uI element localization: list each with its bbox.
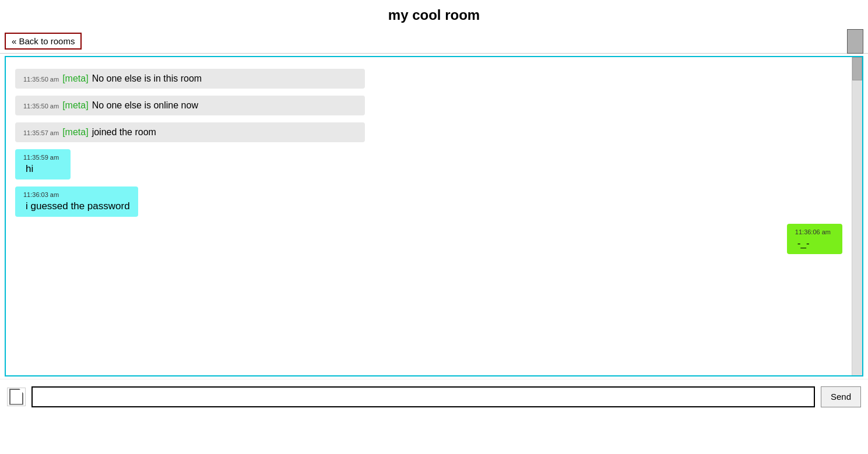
msg-header: 11:35:59 am: [23, 154, 62, 161]
send-button[interactable]: Send: [821, 386, 861, 407]
msg-timestamp: 11:36:06 am: [795, 228, 831, 235]
file-attach-icon[interactable]: [7, 388, 26, 406]
meta-tag: [meta]: [62, 73, 88, 84]
top-bar: « Back to rooms: [0, 29, 868, 54]
scrollbar-thumb[interactable]: [852, 57, 862, 80]
meta-tag: [meta]: [62, 127, 88, 138]
meta-text: No one else is in this room: [92, 73, 202, 84]
msg-header: 11:36:03 am: [23, 191, 130, 198]
message-user-left-5: 11:36:03 am i guessed the password: [15, 186, 138, 217]
msg-header: 11:36:06 am: [795, 228, 834, 235]
meta-text: No one else is online now: [92, 100, 198, 111]
scrollbar[interactable]: [852, 57, 862, 375]
message-meta-2: 11:35:50 am [meta] No one else is online…: [15, 96, 365, 115]
msg-timestamp: 11:35:57 am: [23, 129, 59, 136]
msg-body: i guessed the password: [23, 200, 130, 212]
message-input[interactable]: [31, 386, 815, 407]
msg-body: -_-: [795, 238, 834, 249]
back-to-rooms-button[interactable]: « Back to rooms: [5, 33, 82, 50]
msg-body: hi: [23, 163, 62, 175]
chat-container: 11:35:50 am [meta] No one else is in thi…: [5, 56, 863, 376]
meta-text: joined the room: [92, 127, 156, 138]
msg-timestamp: 11:35:50 am: [23, 76, 59, 83]
page-title: my cool room: [0, 0, 868, 29]
top-right-panel: [847, 29, 863, 54]
bottom-bar: Send: [0, 379, 868, 414]
msg-timestamp: 11:36:03 am: [23, 191, 59, 198]
messages-area: 11:35:50 am [meta] No one else is in thi…: [6, 57, 852, 375]
message-meta-1: 11:35:50 am [meta] No one else is in thi…: [15, 69, 365, 89]
msg-timestamp: 11:35:59 am: [23, 154, 59, 161]
message-user-left-4: 11:35:59 am hi: [15, 149, 71, 180]
msg-timestamp: 11:35:50 am: [23, 103, 59, 110]
meta-tag: [meta]: [62, 100, 88, 111]
message-user-right-6: 11:36:06 am -_-: [787, 224, 842, 254]
message-meta-3: 11:35:57 am [meta] joined the room: [15, 122, 365, 142]
